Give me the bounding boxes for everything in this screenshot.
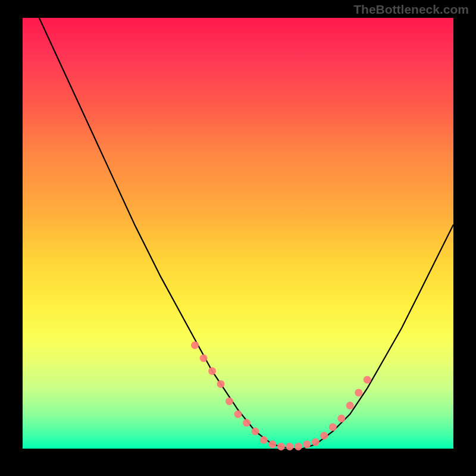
svg-point-20	[364, 376, 371, 384]
svg-point-4	[226, 397, 233, 405]
svg-point-0	[191, 342, 199, 349]
svg-point-7	[252, 428, 259, 436]
svg-point-1	[200, 355, 208, 362]
chart-plot-area	[23, 18, 453, 449]
svg-point-15	[320, 432, 328, 440]
chart-svg	[23, 18, 453, 449]
svg-point-14	[312, 439, 320, 446]
svg-point-18	[346, 402, 354, 409]
svg-point-17	[337, 415, 345, 422]
svg-point-13	[303, 440, 311, 448]
svg-point-8	[260, 436, 268, 444]
svg-point-19	[355, 389, 362, 396]
svg-point-11	[286, 443, 293, 450]
svg-point-16	[329, 423, 337, 431]
chart-highlight-dots	[191, 342, 371, 450]
svg-point-2	[208, 367, 216, 375]
svg-point-9	[268, 440, 276, 448]
svg-point-3	[217, 380, 225, 388]
svg-point-10	[277, 443, 285, 450]
svg-point-6	[243, 419, 250, 427]
svg-point-12	[295, 443, 302, 450]
watermark-text: TheBottleneck.com	[353, 2, 469, 17]
chart-curve	[32, 1, 454, 449]
svg-point-5	[234, 411, 242, 418]
